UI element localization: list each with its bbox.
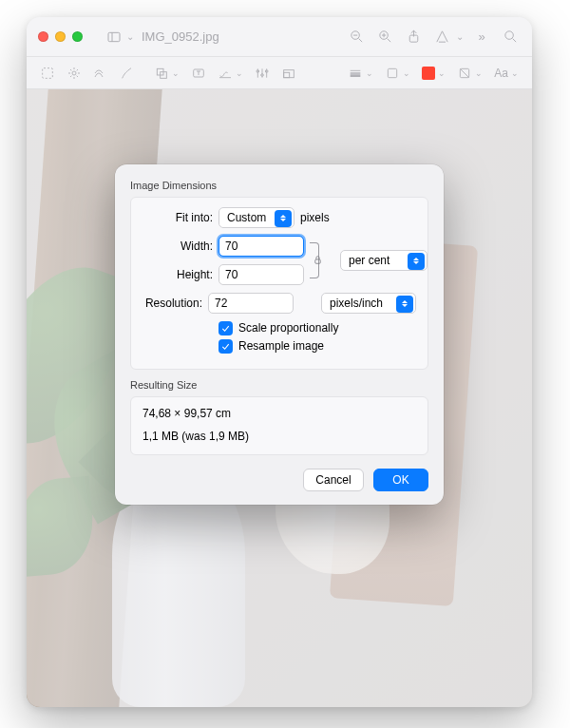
svg-point-12 bbox=[504, 31, 513, 40]
border-color-icon[interactable]: ⌄ bbox=[385, 66, 410, 81]
markup-toolbar: ⌄ ⌄ ⌄ ⌄ ⌄ ⌄ Aa⌄ bbox=[27, 57, 532, 89]
chevron-down-icon[interactable]: ⌄ bbox=[456, 31, 464, 42]
adjust-color-icon[interactable] bbox=[255, 66, 270, 81]
section-title: Image Dimensions bbox=[130, 180, 428, 191]
height-field[interactable] bbox=[218, 264, 304, 285]
font-icon[interactable]: Aa⌄ bbox=[494, 67, 519, 80]
resulting-size-panel: 74,68 × 99,57 cm 1,1 MB (was 1,9 MB) bbox=[130, 396, 428, 455]
text-icon[interactable] bbox=[191, 66, 206, 81]
width-field[interactable] bbox=[218, 236, 304, 257]
fill-color-picker[interactable]: ⌄ bbox=[422, 67, 446, 80]
fit-into-label: Fit into: bbox=[142, 211, 213, 224]
svg-point-15 bbox=[72, 71, 76, 75]
svg-line-13 bbox=[512, 39, 516, 43]
app-window: ⌄ IMG_0952.jpg ⌄ » ⌄ ⌄ ⌄ ⌄ ⌄ ⌄ bbox=[27, 17, 532, 707]
fit-into-select[interactable]: Custom bbox=[218, 207, 294, 228]
overflow-button[interactable]: » bbox=[471, 26, 492, 48]
lock-icon bbox=[312, 254, 324, 266]
title-bar: ⌄ IMG_0952.jpg ⌄ » bbox=[27, 17, 532, 57]
svg-line-6 bbox=[387, 39, 390, 43]
checkbox-checked-icon bbox=[218, 321, 233, 335]
close-window-button[interactable] bbox=[38, 31, 48, 42]
sketch-icon[interactable] bbox=[93, 66, 108, 81]
svg-rect-14 bbox=[43, 67, 53, 78]
wh-unit-select[interactable]: per cent bbox=[340, 250, 428, 271]
svg-line-22 bbox=[70, 75, 71, 76]
minimize-window-button[interactable] bbox=[55, 31, 66, 42]
line-style-icon[interactable]: ⌄ bbox=[348, 66, 373, 81]
svg-rect-0 bbox=[108, 32, 120, 41]
zoom-out-button[interactable] bbox=[346, 26, 367, 48]
resulting-dimensions: 74,68 × 99,57 cm bbox=[142, 407, 416, 420]
chevron-down-icon[interactable]: ⌄ bbox=[126, 31, 134, 42]
ok-button[interactable]: OK bbox=[373, 469, 428, 491]
dimensions-panel: Fit into: Custom pixels Width: Height: bbox=[130, 197, 428, 370]
zoom-window-button[interactable] bbox=[72, 31, 83, 42]
resolution-unit-select[interactable]: pixels/inch bbox=[321, 293, 416, 314]
width-label: Width: bbox=[142, 239, 213, 253]
shape-style-icon[interactable]: ⌄ bbox=[457, 66, 483, 81]
cancel-button[interactable]: Cancel bbox=[303, 469, 364, 491]
sidebar-toggle-icon[interactable] bbox=[105, 29, 123, 46]
selection-tool-icon[interactable] bbox=[40, 66, 55, 81]
fit-into-unit: pixels bbox=[300, 211, 330, 224]
height-label: Height: bbox=[142, 268, 213, 281]
resolution-label: Resolution: bbox=[142, 297, 202, 310]
svg-line-20 bbox=[70, 69, 71, 70]
sign-icon[interactable]: ⌄ bbox=[218, 66, 243, 81]
svg-rect-44 bbox=[315, 259, 320, 263]
document-title: IMG_0952.jpg bbox=[142, 29, 219, 44]
resolution-field[interactable] bbox=[208, 293, 294, 314]
svg-line-23 bbox=[77, 69, 78, 70]
resample-image-checkbox[interactable]: Resample image bbox=[218, 339, 416, 354]
svg-rect-36 bbox=[284, 69, 294, 77]
svg-rect-37 bbox=[284, 72, 290, 77]
adjust-size-dialog: Image Dimensions Fit into: Custom pixels… bbox=[115, 164, 444, 505]
adjust-size-icon[interactable] bbox=[281, 66, 296, 81]
search-button[interactable] bbox=[500, 26, 521, 48]
draw-icon[interactable] bbox=[120, 66, 135, 81]
proportions-lock bbox=[310, 242, 319, 278]
window-controls bbox=[38, 31, 83, 42]
svg-line-21 bbox=[77, 75, 78, 76]
checkbox-checked-icon bbox=[218, 339, 233, 354]
resulting-filesize: 1,1 MB (was 1,9 MB) bbox=[142, 430, 416, 443]
svg-line-43 bbox=[461, 68, 469, 77]
markup-button[interactable] bbox=[431, 26, 452, 48]
instant-alpha-icon[interactable] bbox=[66, 66, 82, 81]
svg-line-3 bbox=[358, 39, 362, 43]
scale-proportionally-checkbox[interactable]: Scale proportionally bbox=[218, 321, 416, 335]
share-button[interactable] bbox=[403, 26, 424, 48]
svg-rect-41 bbox=[389, 68, 397, 77]
shapes-icon[interactable]: ⌄ bbox=[154, 66, 180, 81]
zoom-in-button[interactable] bbox=[374, 26, 395, 48]
resulting-size-label: Resulting Size bbox=[130, 379, 428, 391]
